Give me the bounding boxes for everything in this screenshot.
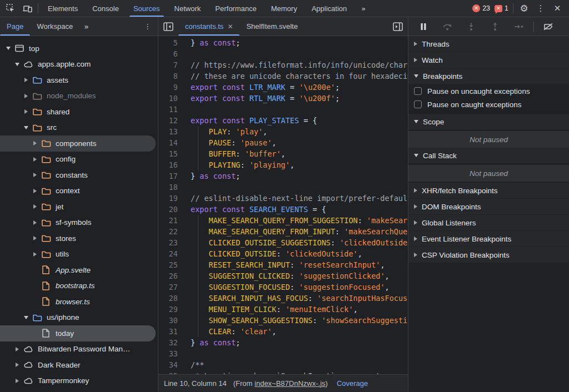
- tree-item-stores[interactable]: stores: [0, 230, 158, 247]
- tree-item-apps-apple-com[interactable]: apps.apple.com: [0, 57, 158, 73]
- tree-item-dark-reader[interactable]: Dark Reader: [0, 357, 158, 373]
- chevron-down-icon[interactable]: [4, 47, 12, 50]
- panel-tab-network[interactable]: Network: [167, 0, 208, 17]
- tree-item-utils[interactable]: utils: [0, 247, 158, 263]
- coverage-link[interactable]: Coverage: [337, 379, 368, 388]
- hide-navigator-icon[interactable]: [158, 17, 178, 36]
- editor-tab-constants-ts[interactable]: constants.ts✕: [178, 17, 239, 36]
- kebab-menu-icon[interactable]: ⋮: [532, 0, 549, 17]
- chevron-right-icon[interactable]: [31, 173, 39, 177]
- toolbar-divider: [38, 3, 38, 13]
- tree-item-constants[interactable]: constants: [0, 167, 158, 183]
- step-icon[interactable]: [510, 19, 528, 34]
- pause-icon[interactable]: [414, 19, 433, 34]
- step-out-icon[interactable]: [486, 19, 505, 34]
- step-into-icon[interactable]: [462, 19, 481, 34]
- section-call-stack[interactable]: Call Stack: [408, 148, 569, 164]
- tree-item-components[interactable]: components: [0, 135, 156, 152]
- inspect-icon[interactable]: [2, 0, 19, 17]
- checkbox-icon[interactable]: [414, 87, 422, 95]
- code-line-20: export const SEARCH_EVENTS = {: [191, 204, 408, 215]
- tree-item-tampermonkey[interactable]: Tampermonkey: [0, 373, 158, 389]
- tree-item-sf-symbols[interactable]: sf-symbols: [0, 215, 158, 231]
- panel-tab-performance[interactable]: Performance: [208, 0, 263, 17]
- tree-item-node-modules[interactable]: node_modules: [0, 88, 158, 104]
- tree-item-label: Dark Reader: [38, 361, 81, 369]
- section-breakpoints[interactable]: Breakpoints: [408, 68, 569, 84]
- tree-item-app-svelte[interactable]: App.svelte: [0, 262, 158, 278]
- close-tab-icon[interactable]: ✕: [227, 23, 233, 31]
- tree-item-shared[interactable]: shared: [0, 104, 158, 120]
- tree-item-top[interactable]: top: [0, 41, 158, 57]
- checkbox-icon[interactable]: [414, 100, 422, 108]
- tree-item-config[interactable]: config: [0, 152, 158, 168]
- chevron-right-icon[interactable]: [13, 379, 21, 383]
- section-scope[interactable]: Scope: [408, 114, 569, 130]
- chevron-right-icon[interactable]: [22, 78, 30, 82]
- chevron-right-icon[interactable]: [22, 94, 30, 98]
- code-editor[interactable]: 5678910111213141516171819202122232425262…: [158, 36, 408, 374]
- panel-tab-application[interactable]: Application: [305, 0, 355, 17]
- section-xhr-fetch-breakpoints[interactable]: XHR/fetch Breakpoints: [408, 183, 569, 199]
- tree-item-bootstrap-ts[interactable]: bootstrap.ts: [0, 278, 158, 294]
- chevron-right-icon[interactable]: [31, 220, 39, 225]
- chevron-right-icon[interactable]: [31, 157, 39, 162]
- section-csp-violation-breakpoints[interactable]: CSP Violation Breakpoints: [408, 247, 569, 263]
- chevron-right-icon[interactable]: [13, 347, 21, 351]
- file-tree: topapps.apple.comassetsnode_modulesshare…: [0, 36, 158, 391]
- chevron-right-icon[interactable]: [31, 204, 39, 209]
- console-errors-badge[interactable]: ✕ 23: [470, 0, 492, 17]
- section-dom-breakpoints[interactable]: DOM Breakpoints: [408, 199, 569, 215]
- issues-badge[interactable]: ✕ 1: [492, 0, 511, 17]
- file-icon: [41, 296, 51, 306]
- show-debugger-sidebar-icon[interactable]: [388, 17, 408, 36]
- settings-gear-icon[interactable]: ⚙: [516, 0, 532, 17]
- panel-tab-sources[interactable]: Sources: [126, 0, 167, 17]
- section-event-listener-breakpoints[interactable]: Event Listener Breakpoints: [408, 231, 569, 247]
- tree-item-browser-ts[interactable]: browser.ts: [0, 294, 158, 310]
- tree-item-context[interactable]: context: [0, 183, 158, 199]
- chevron-right-icon[interactable]: [31, 189, 39, 193]
- checkbox-pause-on-uncaught-exceptions[interactable]: Pause on uncaught exceptions: [408, 84, 569, 98]
- code-line-30: SHOW_SEARCH_SUGGESTIONS: 'showSearchSugg…: [191, 315, 408, 326]
- chevron-right-icon[interactable]: [31, 141, 39, 145]
- chevron-right-icon[interactable]: [22, 109, 30, 114]
- navigator-tab-workspace[interactable]: Workspace: [30, 17, 79, 36]
- section-global-listeners[interactable]: Global Listeners: [408, 215, 569, 231]
- tree-item-assets[interactable]: assets: [0, 72, 158, 88]
- editor-status-bar: Line 10, Column 14 (From index~B87DnNzwx…: [158, 374, 408, 391]
- code-content[interactable]: } as const;// https://www.fileformat.inf…: [191, 37, 408, 374]
- navigator-tab-page[interactable]: Page: [0, 17, 30, 36]
- editor-tab-shelfitem-svelte[interactable]: ShelfItem.svelte: [239, 17, 305, 36]
- tree-item-label: stores: [56, 234, 76, 243]
- panel-tab-console[interactable]: Console: [85, 0, 126, 17]
- chevron-down-icon[interactable]: [13, 63, 21, 66]
- section-watch[interactable]: Watch: [408, 52, 569, 68]
- tree-item-label: constants: [56, 171, 88, 179]
- tree-item-jet[interactable]: jet: [0, 199, 158, 215]
- device-toolbar-icon[interactable]: [19, 0, 36, 17]
- navigator-menu-icon[interactable]: ⋮: [137, 17, 158, 36]
- tree-item-bitwarden-password-man-[interactable]: Bitwarden Password Man…: [0, 341, 158, 358]
- tree-item-src[interactable]: src: [0, 120, 158, 136]
- chevron-down-icon[interactable]: [22, 126, 30, 129]
- source-map-link[interactable]: index~B87DnNzwx-.js: [254, 379, 326, 388]
- deactivate-breakpoints-icon[interactable]: [539, 19, 558, 34]
- more-panels-button[interactable]: »: [354, 0, 373, 17]
- checkbox-pause-on-caught-exceptions[interactable]: Pause on caught exceptions: [408, 98, 569, 111]
- tree-item-label: sf-symbols: [56, 218, 92, 227]
- more-navigator-tabs-button[interactable]: »: [79, 17, 93, 36]
- tree-item-us-iphone[interactable]: us/iphone: [0, 310, 158, 326]
- section-threads[interactable]: Threads: [408, 36, 569, 52]
- panel-tab-elements[interactable]: Elements: [41, 0, 85, 17]
- close-devtools-icon[interactable]: ✕: [549, 0, 566, 17]
- chevron-right-icon[interactable]: [31, 252, 39, 257]
- folder-icon: [41, 186, 51, 196]
- line-number-gutter[interactable]: 5678910111213141516171819202122232425262…: [158, 37, 191, 374]
- panel-tab-memory[interactable]: Memory: [264, 0, 305, 17]
- tree-item-today[interactable]: today: [0, 325, 156, 341]
- chevron-right-icon[interactable]: [13, 363, 21, 367]
- chevron-down-icon[interactable]: [22, 316, 30, 319]
- step-over-icon[interactable]: [438, 19, 457, 34]
- chevron-right-icon[interactable]: [31, 236, 39, 240]
